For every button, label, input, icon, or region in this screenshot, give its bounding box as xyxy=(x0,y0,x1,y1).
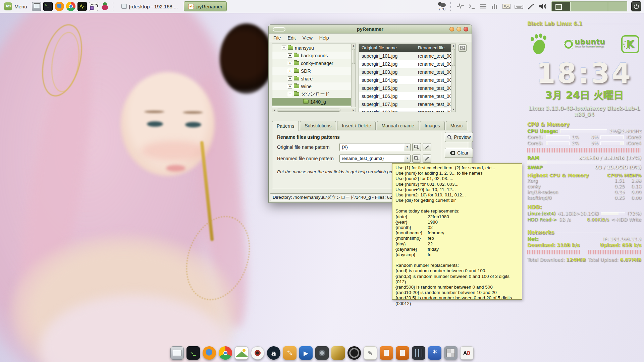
font-tool-dock-icon[interactable]: AB xyxy=(460,346,474,360)
tab-insert-delete[interactable]: Insert / Delete xyxy=(337,121,376,130)
tree-item-mansyuu[interactable]: − mansyuu xyxy=(272,44,356,52)
file-row[interactable]: supergirl_106.jpgrename_test_005 xyxy=(359,92,455,100)
scrollbar-thumb[interactable] xyxy=(277,109,340,112)
screenshot-icon[interactable] xyxy=(502,3,511,10)
menu-view[interactable]: View xyxy=(299,35,316,41)
scroll-up-icon[interactable]: ▲ xyxy=(451,44,455,48)
raspberry-pi-launcher-icon[interactable] xyxy=(100,2,110,11)
terminal-dock-icon[interactable]: >_ xyxy=(186,346,200,360)
tree-item-sdr[interactable]: + SDR xyxy=(272,67,356,75)
equalizer-dock-icon[interactable] xyxy=(412,346,425,360)
workspace-4[interactable] xyxy=(608,2,627,11)
computer-launcher-icon[interactable] xyxy=(32,2,41,11)
file-list-header[interactable]: Original file name Renamed file name xyxy=(359,44,455,52)
renamed-pattern-input[interactable]: rename_test_{num3} xyxy=(339,155,404,163)
menu-edit[interactable]: Edit xyxy=(284,35,299,41)
collapse-icon[interactable]: − xyxy=(282,46,286,50)
notes-dock-icon[interactable]: ✎ xyxy=(364,346,377,360)
maximize-button[interactable] xyxy=(457,27,461,32)
tree-item-wine[interactable]: + Wine xyxy=(272,82,356,90)
tree-vertical-scrollbar[interactable]: ▲ xyxy=(351,44,356,107)
original-pattern-dropdown[interactable]: ▼ xyxy=(404,143,411,151)
column-options-button[interactable] xyxy=(459,44,467,52)
weather-applet[interactable]: 7 °C xyxy=(438,2,446,11)
column-renamed[interactable]: Renamed file name xyxy=(415,44,455,52)
eye-viewer-dock-icon[interactable] xyxy=(251,346,264,360)
terminal-launcher-icon[interactable] xyxy=(43,2,53,11)
keyboard-icon[interactable] xyxy=(515,3,523,10)
original-pattern-input[interactable]: {X} xyxy=(339,143,404,151)
collapse-icon[interactable]: − xyxy=(288,92,292,96)
tab-manual-rename[interactable]: Manual rename xyxy=(377,121,419,130)
close-button[interactable] xyxy=(464,27,468,32)
media-player-dock-icon[interactable]: ▶ xyxy=(299,346,313,360)
firefox-launcher-icon[interactable] xyxy=(55,2,64,11)
expand-icon[interactable]: + xyxy=(288,61,292,65)
workspace-3[interactable] xyxy=(589,2,608,11)
column-original[interactable]: Original file name xyxy=(359,44,415,52)
circuit-launcher-icon[interactable] xyxy=(89,2,98,11)
scrollbar-thumb[interactable] xyxy=(352,49,355,64)
usb-drive-2-dock-icon[interactable] xyxy=(396,346,409,360)
file-row[interactable]: supergirl_101.jpgrename_test_000 xyxy=(359,52,455,60)
terminal-tray-icon[interactable] xyxy=(468,3,476,10)
disc-burner-dock-icon[interactable] xyxy=(347,346,361,360)
camera-dock-icon[interactable] xyxy=(315,346,329,360)
power-button[interactable] xyxy=(631,1,641,11)
edit-pattern-button[interactable] xyxy=(423,155,431,163)
tab-music[interactable]: Music xyxy=(446,121,468,130)
bar-chart-icon[interactable] xyxy=(491,3,498,10)
chrome-launcher-icon[interactable] xyxy=(66,2,75,11)
file-row[interactable]: supergirl_108.jpgrename_test_007 xyxy=(359,108,455,112)
tree-item-conky-manager[interactable]: + conky-manager xyxy=(272,59,356,67)
system-monitor-icon[interactable] xyxy=(457,3,464,10)
expand-icon[interactable]: + xyxy=(288,84,292,88)
scroll-down-icon[interactable]: ▼ xyxy=(451,108,455,112)
tree-item-backgrounds[interactable]: + backgrounds xyxy=(272,52,356,59)
oscilloscope-launcher-icon[interactable] xyxy=(77,2,87,11)
menu-help[interactable]: Help xyxy=(316,35,332,41)
gold-app-dock-icon[interactable] xyxy=(331,346,345,360)
file-row[interactable]: supergirl_104.jpgrename_test_003 xyxy=(359,76,455,84)
preview-button[interactable]: Preview xyxy=(445,132,473,142)
tab-substitutions[interactable]: Substitutions xyxy=(300,121,336,130)
list-vertical-scrollbar[interactable]: ▲ ▼ xyxy=(451,44,455,112)
file-row[interactable]: supergirl_105.jpgrename_test_004 xyxy=(359,84,455,92)
chrome-dock-icon[interactable] xyxy=(219,346,232,360)
menu-lines-icon[interactable] xyxy=(480,3,487,10)
scrollbar-thumb[interactable] xyxy=(452,49,455,66)
file-manager-dock-icon[interactable] xyxy=(170,346,184,360)
snowflake-app-dock-icon[interactable]: * xyxy=(428,346,441,360)
tree-item-downloads[interactable]: − ダウンロード xyxy=(272,90,356,98)
package-manager-dock-icon[interactable] xyxy=(444,346,458,360)
workspace-switcher[interactable] xyxy=(551,1,627,11)
scroll-up-icon[interactable]: ▲ xyxy=(352,44,356,48)
tree-item-share[interactable]: + share xyxy=(272,75,356,82)
window-menu-pill[interactable] xyxy=(273,27,285,32)
stylus-icon[interactable] xyxy=(527,3,535,10)
menu-file[interactable]: File xyxy=(270,35,284,41)
workspace-2[interactable] xyxy=(571,2,589,11)
scroll-left-icon[interactable]: ◄ xyxy=(272,108,276,112)
file-row[interactable]: supergirl_102.jpgrename_test_001 xyxy=(359,60,455,68)
taskbar-pyrenamer-button[interactable]: pyRenamer xyxy=(184,1,227,11)
expand-icon[interactable]: + xyxy=(288,69,292,73)
editor-dock-icon[interactable]: ✎ xyxy=(283,346,297,360)
firefox-dock-icon[interactable] xyxy=(203,346,216,360)
tree-item-1440g-selected[interactable]: 1440_g xyxy=(272,98,356,106)
audacious-dock-icon[interactable]: a xyxy=(267,346,280,360)
save-pattern-button[interactable] xyxy=(412,143,421,151)
file-row[interactable]: supergirl_107.jpgrename_test_006 xyxy=(359,100,455,108)
file-row[interactable]: supergirl_103.jpgrename_test_002 xyxy=(359,68,455,76)
workspace-1[interactable] xyxy=(552,2,571,11)
taskbar-rdesktop-button[interactable]: [rdesktop - 192.168.... xyxy=(117,1,182,11)
tree-horizontal-scrollbar[interactable]: ◄ ► xyxy=(272,108,356,112)
expand-icon[interactable]: + xyxy=(288,76,292,81)
minimize-button[interactable] xyxy=(449,27,454,32)
scroll-right-icon[interactable]: ► xyxy=(352,108,356,112)
renamed-pattern-dropdown[interactable]: ▼ xyxy=(404,155,411,163)
expand-icon[interactable]: + xyxy=(288,53,292,58)
image-viewer-dock-icon[interactable] xyxy=(235,346,248,360)
tab-images[interactable]: Images xyxy=(420,121,445,130)
tab-patterns[interactable]: Patterns xyxy=(272,121,299,131)
